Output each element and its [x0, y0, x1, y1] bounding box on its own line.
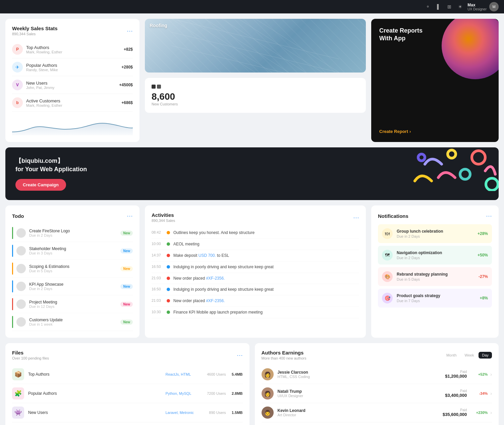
authors-list: 👩 Jessie Clarcson HTML, CSS Coding Paid … [262, 365, 492, 425]
svg-line-6 [172, 19, 339, 59]
period-month-button[interactable]: Month [443, 352, 460, 359]
todo-card: Todo ⋯ Create FireStone Logo Due in 2 Da… [5, 205, 139, 338]
stat-name: Active Customers [26, 98, 121, 103]
file-icon: 👾 [12, 407, 24, 419]
weekly-sales-card: Weekly Sales Stats 890,344 Sales ⋯ P Top… [5, 19, 139, 142]
files-list: 📦 Top Authors ReactJs, HTML 4600 Users 5… [12, 365, 243, 425]
notif-icon: 🍽 [382, 228, 393, 239]
author-change: +230% [471, 411, 488, 415]
banner-text: 【biqubiu.com】 for Your Web Application C… [15, 157, 87, 191]
bottom-section: Files Over 100 pending files ⋯ 📦 Top Aut… [0, 343, 504, 425]
svg-line-8 [172, 46, 339, 73]
file-icon: 🧩 [12, 387, 24, 399]
files-title: Files [12, 350, 49, 356]
user-role: UX Designer [467, 7, 487, 11]
planet-decoration [442, 19, 499, 79]
activities-list: 08:42 Outlines keep you honest. And keep… [152, 227, 359, 318]
activity-link[interactable]: #XF-2356. [206, 276, 225, 281]
activities-menu[interactable]: ⋯ [353, 214, 359, 221]
stat-value: +82$ [124, 47, 133, 52]
period-day-button[interactable]: Day [479, 352, 492, 359]
activity-item: 08:42 Outlines keep you honest. And keep… [152, 227, 359, 239]
activity-item: 21:03 New order placed #XF-2356. [152, 295, 359, 307]
activity-item: 14:37 Make deposit USD 700. to ESL [152, 250, 359, 262]
author-item: 👩 Natali Trump UI/UX Designer Paid $3,40… [262, 384, 492, 403]
todo-dot [12, 263, 13, 275]
period-week-button[interactable]: Week [461, 352, 478, 359]
chevron-right-icon: › [490, 410, 492, 415]
svg-line-0 [172, 19, 256, 73]
roofing-image: Roofing [145, 19, 366, 73]
activity-item: 21:03 New order placed #XF-2356. [152, 273, 359, 284]
notif-value: -27% [479, 274, 488, 279]
period-buttons: Month Week Day [443, 352, 492, 359]
authors-earnings-subtitle: More than 400 new authors [262, 356, 306, 360]
notification-item: 🍽 Group lunch celebration Due in 2 Days … [378, 224, 492, 243]
activities-title: Activities [152, 212, 175, 218]
activity-dot [167, 231, 170, 234]
notification-item: 🎨 Rebrand strategy planning Due in 5 Day… [378, 267, 492, 286]
activities-subtitle: 890,344 Sales [152, 219, 175, 223]
grid-icon[interactable]: ⊞ [446, 3, 453, 10]
stat-item-new-users: V New Users John, Pat, Jimmy +4500$ [12, 76, 133, 94]
middle-column: Roofing 8,600 [145, 19, 366, 142]
stat-item-active-customers: b Active Customers Mark, Rowling, Esther… [12, 94, 133, 112]
notification-item: 🗺 Navigation optimization Due in 2 Days … [378, 246, 492, 265]
create-report-link[interactable]: Create Report › [379, 129, 411, 134]
files-menu[interactable]: ⋯ [237, 351, 243, 359]
todo-avatar [16, 264, 26, 273]
activity-link[interactable]: #XF-2356. [206, 298, 225, 303]
todo-avatar [16, 246, 26, 255]
file-item: 👾 New Users Laravel, Metronic 890 Users … [12, 403, 243, 422]
notif-value: +8% [480, 296, 488, 300]
chevron-right-icon: › [490, 391, 492, 396]
notifications-menu[interactable]: ⋯ [486, 212, 492, 220]
todo-item: Customers Update Due in 1 week New [12, 313, 133, 331]
customers-icons [152, 85, 359, 89]
authors-earnings-title: Authors Earnings [262, 350, 306, 356]
todo-title: Todo [12, 213, 24, 219]
badge: New [120, 320, 133, 325]
banner-decoration [405, 147, 499, 191]
todo-dot [12, 245, 13, 257]
signal-icon[interactable]: ▌ [435, 3, 442, 10]
avatar[interactable]: M [489, 2, 499, 11]
author-avatar: 👩 [262, 387, 274, 399]
notifications-title: Notifications [378, 213, 408, 219]
file-icon: 📦 [12, 368, 24, 380]
svg-point-13 [418, 154, 425, 161]
icon-sq-dark [152, 85, 156, 89]
badge: New [120, 284, 133, 289]
stat-name: Popular Authors [26, 63, 121, 68]
svg-line-5 [256, 19, 339, 73]
notification-item: 🎯 Product goals strategy Due in 7 Days +… [378, 289, 492, 308]
create-campaign-button[interactable]: Create Campaign [15, 179, 66, 191]
file-item: 🧩 Popular Authors Python, MySQL 7200 Use… [12, 384, 243, 403]
svg-line-3 [222, 19, 306, 73]
todo-dot [12, 298, 13, 310]
author-item: 👩 Jessie Clarcson HTML, CSS Coding Paid … [262, 365, 492, 384]
todo-dot [12, 316, 13, 328]
notifications-list: 🍽 Group lunch celebration Due in 2 Days … [378, 224, 492, 308]
notif-icon: 🎨 [382, 271, 393, 282]
badge: New [120, 248, 133, 253]
todo-item: Create FireStone Logo Due in 2 Days New [12, 224, 133, 242]
author-change: -34% [471, 391, 488, 395]
author-item: 👨 Kevin Leonard Art Director Paid $35,60… [262, 403, 492, 422]
create-reports-card: Create ReportsWith App Create Report › [371, 19, 499, 142]
svg-point-12 [486, 178, 498, 190]
activity-item: 16:50 Indulging in poorly driving and ke… [152, 284, 359, 295]
svg-point-11 [448, 150, 456, 158]
svg-line-2 [205, 19, 289, 73]
search-icon[interactable]: ⚬ [425, 3, 431, 10]
brightness-icon[interactable]: ☀ [457, 3, 463, 10]
weekly-sales-menu[interactable]: ⋯ [127, 27, 133, 35]
svg-point-10 [460, 169, 470, 179]
activity-link[interactable]: USD 700. [199, 253, 216, 258]
badge: New [120, 231, 133, 236]
stat-sub: Randy, Steve, Mike [26, 68, 121, 72]
activity-dot [167, 242, 170, 246]
popular-authors-icon: ✈ [12, 62, 23, 73]
todo-menu[interactable]: ⋯ [127, 212, 133, 220]
activity-dot [167, 299, 170, 302]
